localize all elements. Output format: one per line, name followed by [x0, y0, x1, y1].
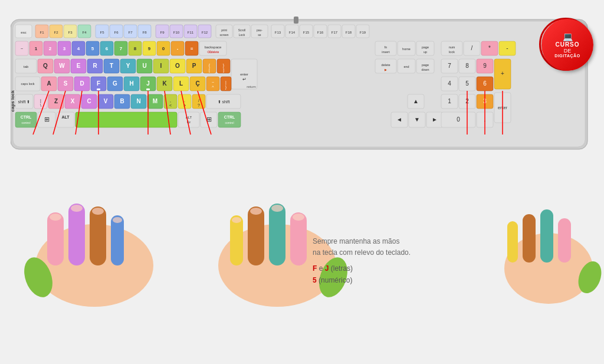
main-container: 💻 CURSO DE DIGITAÇÃO esc F1 F2 F3 F4 F5 …	[0, 0, 604, 364]
svg-rect-284	[558, 218, 571, 263]
svg-text:4: 4	[77, 46, 80, 51]
svg-text:1: 1	[448, 98, 451, 104]
badge-digitacao: DIGITAÇÃO	[554, 54, 580, 58]
right-hand-svg	[195, 147, 360, 313]
svg-text:F: F	[97, 80, 100, 87]
badge-de: DE	[564, 48, 572, 54]
svg-text:F10: F10	[173, 31, 180, 34]
numpad-hand-svg	[490, 162, 604, 310]
svg-text:/: /	[198, 99, 199, 103]
svg-text:P: P	[192, 63, 196, 69]
svg-text:F17: F17	[331, 31, 338, 34]
svg-text:F6: F6	[114, 31, 119, 34]
svg-text:F12: F12	[202, 31, 208, 34]
svg-text:V: V	[104, 98, 108, 104]
svg-rect-235	[218, 112, 241, 127]
svg-text:7: 7	[120, 46, 123, 51]
svg-text:0: 0	[457, 116, 460, 123]
svg-text:enter: enter	[240, 73, 248, 76]
svg-text:caps lock: caps lock	[21, 82, 35, 86]
svg-text:F11: F11	[188, 31, 194, 34]
svg-text:◄: ◄	[396, 116, 402, 123]
svg-text:I: I	[160, 63, 162, 69]
svg-text:page: page	[422, 63, 429, 67]
svg-point-275	[232, 217, 241, 223]
left-hand-svg	[12, 147, 177, 313]
svg-text:*: *	[488, 45, 491, 51]
svg-text:~: ~	[21, 47, 23, 51]
svg-text:F13: F13	[275, 31, 281, 34]
svg-rect-2	[294, 17, 298, 24]
svg-text:~: ~	[212, 80, 214, 84]
highlight-5: 5	[313, 276, 317, 284]
svg-text:H: H	[129, 80, 133, 87]
svg-text:.: .	[184, 99, 185, 103]
svg-text:lock: lock	[449, 50, 455, 54]
svg-text:⌫delete: ⌫delete	[207, 50, 219, 54]
svg-text:X: X	[71, 98, 75, 104]
svg-text:G: G	[113, 80, 117, 87]
svg-point-277	[271, 205, 283, 212]
svg-text:pau-: pau-	[257, 28, 262, 32]
svg-rect-262	[68, 204, 85, 265]
svg-rect-222	[15, 112, 37, 127]
caps-lock-label: caps lock	[10, 90, 15, 112]
svg-text:shift ⬆: shift ⬆	[18, 100, 31, 104]
svg-text:Y: Y	[126, 63, 130, 69]
svg-text:\: \	[40, 103, 41, 107]
svg-text:print: print	[221, 28, 227, 32]
svg-text:N: N	[136, 98, 140, 104]
svg-text:F2: F2	[54, 31, 58, 34]
svg-text:tab: tab	[24, 65, 29, 68]
badge-curso: CURSO	[555, 41, 579, 48]
svg-point-276	[250, 208, 262, 215]
svg-text:insert: insert	[382, 50, 390, 54]
svg-text:S: S	[64, 80, 68, 87]
letras-label: (letras)	[331, 264, 353, 273]
svg-text:CTRL: CTRL	[21, 115, 32, 119]
keyboard-svg: esc F1 F2 F3 F4 F5 F6 F7 F8 F9 F10 F11 F…	[11, 17, 589, 152]
svg-text:backspace: backspace	[205, 45, 222, 49]
svg-point-265	[50, 214, 61, 221]
svg-text:[: [	[209, 68, 210, 73]
svg-text:F18: F18	[346, 31, 352, 34]
svg-point-278	[293, 214, 304, 221]
svg-text:8: 8	[465, 63, 469, 69]
svg-rect-281	[507, 221, 518, 263]
svg-text:end: end	[403, 65, 409, 68]
svg-point-268	[113, 217, 122, 223]
svg-text:C: C	[87, 98, 91, 104]
svg-text:4: 4	[448, 80, 451, 87]
svg-text:Scroll: Scroll	[238, 28, 246, 32]
svg-rect-282	[523, 214, 536, 263]
svg-text:Z: Z	[54, 98, 58, 104]
svg-text:CTRL: CTRL	[224, 115, 235, 119]
svg-text:control: control	[21, 121, 30, 124]
svg-text:▶: ▶	[385, 68, 387, 71]
svg-text:⬆ shift: ⬆ shift	[218, 100, 230, 104]
svg-text:R: R	[93, 63, 97, 69]
svg-text:=: =	[191, 46, 193, 51]
svg-text:W: W	[59, 63, 65, 69]
svg-text:<: <	[169, 103, 172, 107]
svg-rect-283	[540, 209, 553, 263]
svg-text:F8: F8	[142, 31, 147, 34]
svg-text:9: 9	[483, 63, 487, 69]
svg-text:|: |	[225, 80, 226, 85]
svg-text:-: -	[506, 45, 508, 51]
svg-text:E: E	[77, 63, 81, 69]
svg-text:+: +	[501, 70, 504, 77]
svg-text:,: ,	[170, 99, 171, 103]
ej-label: e	[319, 264, 325, 273]
svg-text:6: 6	[483, 80, 487, 87]
svg-text:2: 2	[49, 46, 52, 51]
svg-text:1: 1	[35, 46, 38, 51]
svg-rect-272	[248, 206, 264, 265]
svg-rect-162	[146, 88, 150, 90]
svg-text:9: 9	[148, 46, 151, 51]
svg-text:F7: F7	[128, 31, 133, 34]
svg-text:F19: F19	[360, 31, 366, 34]
svg-text:⊞: ⊞	[44, 116, 50, 123]
svg-text:F14: F14	[289, 31, 296, 34]
svg-text:delete: delete	[382, 63, 390, 67]
